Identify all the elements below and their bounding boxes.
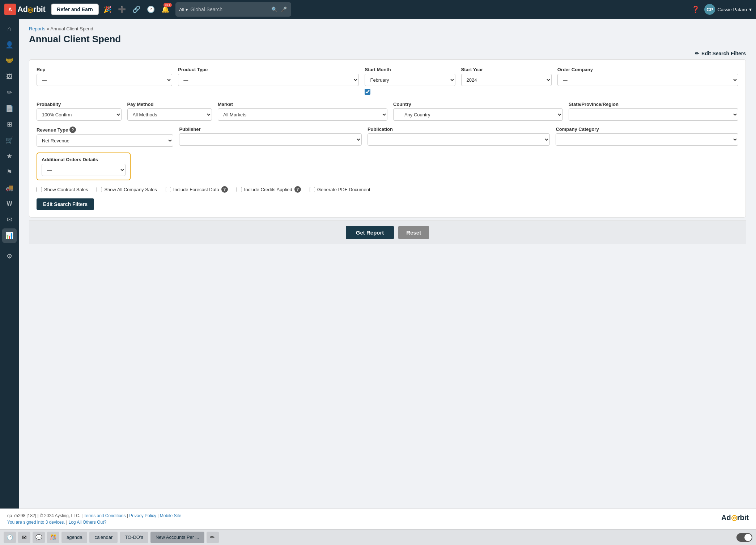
sidebar-item-document[interactable]: 📄	[2, 101, 17, 116]
notification-bell-button[interactable]: 🔔 99+	[160, 4, 171, 15]
edit-filters-top-area: ✏ Edit Search Filters	[29, 51, 746, 56]
plus-icon-button[interactable]: ➕	[116, 4, 128, 15]
include-credits-applied-label: Include Credits Applied	[244, 187, 292, 192]
sidebar-item-mail[interactable]: ✉	[2, 213, 17, 227]
sidebar-item-cart[interactable]: 🛒	[2, 133, 17, 147]
state-select[interactable]: —	[569, 108, 738, 121]
taskbar-todo-button[interactable]: TO-DO's	[120, 532, 148, 543]
footer-log-others-link[interactable]: Log All Others Out?	[68, 520, 106, 525]
search-scope-dropdown[interactable]: All ▾	[179, 7, 188, 12]
footer-logo: Ad◎rbit	[721, 513, 749, 522]
generate-pdf-checkbox[interactable]	[310, 187, 315, 192]
order-company-select[interactable]: —	[557, 74, 738, 86]
taskbar-toggle[interactable]	[736, 533, 752, 542]
include-forecast-data-checkbox[interactable]	[166, 187, 171, 192]
sidebar-item-truck[interactable]: 🚚	[2, 181, 17, 195]
filter-group-revenue-type: Revenue Type ? Net Revenue	[37, 126, 173, 147]
get-report-button[interactable]: Get Report	[346, 226, 394, 239]
reset-button[interactable]: Reset	[398, 226, 429, 239]
nav-right-area: ❓ CP Cassie Pataro ▾	[690, 4, 752, 15]
taskbar-calendar-button[interactable]: calendar	[89, 532, 118, 543]
pay-method-select[interactable]: All Methods	[127, 108, 212, 121]
company-category-select[interactable]: —	[556, 133, 738, 146]
sidebar-item-grid[interactable]: ⊞	[2, 117, 17, 132]
microphone-button[interactable]: 🎤	[280, 4, 288, 15]
filter-group-state: State/Province/Region —	[569, 102, 738, 121]
taskbar-emoji-icon[interactable]: 🎊	[47, 532, 59, 543]
action-bar: Get Report Reset	[29, 220, 746, 244]
taskbar-pencil-icon[interactable]: ✏	[207, 532, 219, 543]
probability-label: Probability	[37, 102, 122, 107]
product-type-select[interactable]: —	[178, 74, 359, 86]
publisher-label: Publisher	[179, 126, 362, 132]
footer-terms-link[interactable]: Terms and Conditions	[84, 513, 126, 518]
filter-row-1: Rep — Product Type — Start Month Februar…	[37, 67, 738, 96]
start-month-checkbox-area	[365, 89, 455, 96]
user-menu[interactable]: CP Cassie Pataro ▾	[704, 4, 752, 15]
revenue-type-select[interactable]: Net Revenue	[37, 134, 173, 147]
breadcrumb: Reports » Annual Client Spend	[29, 26, 746, 31]
search-button[interactable]: 🔍	[271, 4, 278, 15]
additional-orders-label: Additional Orders Details	[42, 157, 126, 162]
footer-info: qa 75298 [182] | © 2024 Aysling, LLC. |	[7, 513, 82, 518]
sidebar-item-word[interactable]: W	[2, 197, 17, 211]
sidebar-item-reports[interactable]: 📊	[2, 228, 17, 243]
footer-signed-in-link[interactable]: You are signed into 3 devices.	[7, 520, 65, 525]
filter-group-market: Market All Markets	[218, 102, 387, 121]
sidebar-item-image[interactable]: 🖼	[2, 69, 17, 84]
sidebar-item-star[interactable]: ★	[2, 149, 17, 163]
show-contract-sales-checkbox[interactable]	[37, 187, 42, 192]
market-select[interactable]: All Markets	[218, 108, 387, 121]
footer-privacy-link[interactable]: Privacy Policy	[129, 513, 156, 518]
filter-group-start-month: Start Month February	[365, 67, 455, 96]
refer-earn-button[interactable]: Refer and Earn	[51, 4, 99, 15]
party-icon-button[interactable]: 🎉	[102, 4, 113, 15]
include-credits-applied-checkbox-label[interactable]: Include Credits Applied ?	[237, 186, 301, 193]
main-content: Reports » Annual Client Spend Annual Cli…	[19, 19, 756, 508]
sidebar-item-contacts[interactable]: 👤	[2, 38, 17, 52]
show-all-company-sales-checkbox[interactable]	[97, 187, 102, 192]
show-contract-sales-checkbox-label[interactable]: Show Contract Sales	[37, 187, 88, 192]
start-month-checkbox[interactable]	[365, 89, 370, 95]
publication-select[interactable]: —	[368, 133, 550, 146]
clock-icon-button[interactable]: 🕐	[145, 4, 157, 15]
include-credits-applied-checkbox[interactable]	[237, 187, 242, 192]
taskbar-clock-icon[interactable]: 🕐	[4, 532, 16, 543]
breadcrumb-reports-link[interactable]: Reports	[29, 26, 46, 31]
edit-search-filters-button[interactable]: Edit Search Filters	[37, 198, 94, 210]
taskbar-chat-icon[interactable]: 💬	[33, 532, 45, 543]
global-search-input[interactable]	[190, 7, 269, 12]
sidebar-item-flag[interactable]: ⚑	[2, 165, 17, 179]
taskbar-new-accounts-button[interactable]: New Accounts Per ...	[150, 532, 204, 543]
sidebar-item-handshake[interactable]: 🤝	[2, 53, 17, 68]
taskbar-agenda-button[interactable]: agenda	[61, 532, 87, 543]
additional-orders-select[interactable]: —	[42, 164, 126, 176]
sidebar-divider	[4, 246, 15, 246]
country-select[interactable]: — Any Country —	[393, 108, 563, 121]
rep-select[interactable]: —	[37, 74, 172, 86]
forecast-help-icon[interactable]: ?	[221, 186, 228, 193]
sidebar-item-edit[interactable]: ✏	[2, 85, 17, 100]
sidebar-item-home[interactable]: ⌂	[2, 22, 17, 36]
generate-pdf-checkbox-label[interactable]: Generate PDF Document	[310, 187, 370, 192]
sidebar-item-settings[interactable]: ⚙	[2, 249, 17, 263]
taskbar-mail-icon[interactable]: ✉	[18, 532, 30, 543]
show-all-company-sales-checkbox-label[interactable]: Show All Company Sales	[97, 187, 157, 192]
breadcrumb-separator: »	[47, 26, 50, 31]
link-icon-button[interactable]: 🔗	[131, 4, 142, 15]
start-year-label: Start Year	[461, 67, 552, 72]
start-year-select[interactable]: 2024	[461, 74, 552, 86]
edit-search-filters-top-button[interactable]: ✏ Edit Search Filters	[695, 51, 746, 56]
publisher-select[interactable]: —	[179, 133, 362, 146]
start-month-select[interactable]: February	[365, 74, 455, 86]
revenue-type-help-icon[interactable]: ?	[69, 126, 76, 133]
include-forecast-data-checkbox-label[interactable]: Include Forecast Data ?	[166, 186, 228, 193]
filter-group-country: Country — Any Country —	[393, 102, 563, 121]
logo-text: Ad◎rbit	[17, 5, 45, 14]
pencil-icon: ✏	[695, 51, 699, 56]
help-button[interactable]: ❓	[690, 4, 701, 15]
probability-select[interactable]: 100% Confirm	[37, 108, 122, 121]
sidebar: ⌂ 👤 🤝 🖼 ✏ 📄 ⊞ 🛒 ★ ⚑ 🚚 W ✉ 📊 ⚙	[0, 19, 19, 508]
credits-help-icon[interactable]: ?	[294, 186, 301, 193]
footer-mobile-link[interactable]: Mobile Site	[160, 513, 181, 518]
